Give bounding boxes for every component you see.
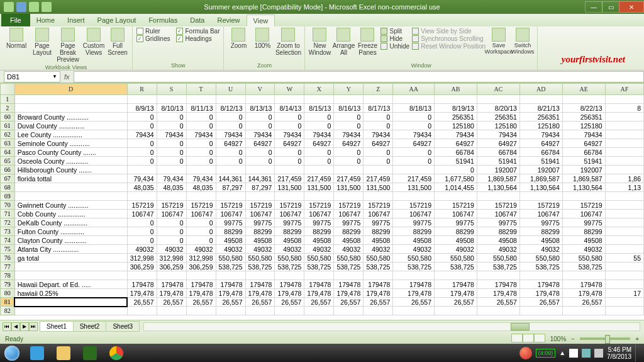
cell[interactable]: 550,580 bbox=[245, 254, 275, 263]
cell[interactable]: 0 bbox=[186, 139, 216, 148]
cell[interactable] bbox=[393, 166, 435, 174]
cell[interactable]: 179,478 bbox=[519, 289, 562, 298]
cell[interactable] bbox=[605, 227, 643, 236]
cell[interactable]: 0 bbox=[275, 157, 304, 166]
cell[interactable]: 8/18/13 bbox=[393, 104, 435, 113]
cell[interactable]: 538,725 bbox=[393, 263, 435, 271]
cell[interactable]: 8/10/13 bbox=[157, 104, 186, 113]
zoom-100-button[interactable]: 100% bbox=[252, 28, 273, 49]
hide-button[interactable]: Hide bbox=[380, 35, 409, 42]
column-header[interactable]: T bbox=[186, 84, 216, 95]
cell[interactable]: 99775 bbox=[364, 218, 393, 227]
cell[interactable]: 79434 bbox=[393, 130, 435, 139]
headings-checkbox[interactable]: ✓Headings bbox=[176, 35, 219, 42]
cell[interactable]: 8 bbox=[605, 104, 643, 113]
cell[interactable]: 0 bbox=[364, 148, 393, 157]
row-header[interactable]: 77 bbox=[1, 263, 15, 271]
cell[interactable]: 538,725 bbox=[519, 263, 562, 271]
cell[interactable] bbox=[477, 95, 519, 104]
cell[interactable]: 8/22/13 bbox=[562, 104, 605, 113]
zoom-out-button[interactable]: − bbox=[571, 336, 575, 342]
show-desktop-button[interactable] bbox=[635, 344, 640, 361]
cell[interactable] bbox=[127, 192, 157, 201]
cell[interactable]: 550,580 bbox=[477, 254, 519, 263]
cell[interactable] bbox=[275, 192, 304, 201]
cell[interactable]: 8/12/13 bbox=[216, 104, 245, 113]
column-header[interactable]: S bbox=[157, 84, 186, 95]
cell[interactable]: 538,725 bbox=[477, 263, 519, 271]
cell[interactable]: 64927 bbox=[304, 139, 334, 148]
cell[interactable]: 0 bbox=[157, 227, 186, 236]
cell[interactable]: 48,035 bbox=[127, 183, 157, 192]
cell[interactable]: 538,725 bbox=[435, 263, 477, 271]
cell[interactable]: 106747 bbox=[127, 210, 157, 218]
sync-scrolling-button[interactable]: Synchronous Scrolling bbox=[412, 35, 486, 42]
row-header[interactable]: 81 bbox=[1, 298, 15, 307]
cell[interactable]: 26,557 bbox=[304, 298, 334, 307]
cell[interactable]: 306,259 bbox=[157, 263, 186, 271]
cell[interactable] bbox=[562, 307, 605, 315]
reset-window-position-button[interactable]: Reset Window Position bbox=[412, 43, 486, 50]
cell[interactable]: 26,557 bbox=[562, 298, 605, 307]
cell[interactable]: 0 bbox=[245, 122, 275, 130]
row-header[interactable]: 76 bbox=[1, 254, 15, 263]
flag-icon[interactable] bbox=[569, 349, 578, 358]
cell[interactable]: 17 bbox=[605, 289, 643, 298]
cell[interactable]: 64927 bbox=[245, 139, 275, 148]
cell[interactable]: 0 bbox=[304, 148, 334, 157]
cell[interactable]: 312,998 bbox=[157, 254, 186, 263]
cell[interactable]: 99775 bbox=[562, 218, 605, 227]
cell[interactable]: 49508 bbox=[435, 236, 477, 245]
cell[interactable]: 0 bbox=[304, 122, 334, 130]
cell[interactable] bbox=[519, 192, 562, 201]
cell[interactable]: 79434 bbox=[275, 130, 304, 139]
cell[interactable]: 79,434 bbox=[127, 174, 157, 183]
sheet-tab[interactable]: Sheet1 bbox=[40, 321, 74, 332]
cell[interactable] bbox=[14, 298, 127, 307]
cell[interactable]: 0 bbox=[157, 113, 186, 122]
cell[interactable] bbox=[334, 271, 364, 280]
cell[interactable]: 106747 bbox=[364, 210, 393, 218]
horizontal-scrollbar[interactable] bbox=[143, 322, 640, 331]
cell[interactable] bbox=[519, 95, 562, 104]
cell[interactable]: 106747 bbox=[304, 210, 334, 218]
cell[interactable]: 26,557 bbox=[435, 298, 477, 307]
cell[interactable]: 0 bbox=[245, 157, 275, 166]
page-break-preview-button[interactable]: Page Break Preview bbox=[55, 28, 80, 63]
cell[interactable]: 64927 bbox=[519, 139, 562, 148]
cell[interactable] bbox=[245, 95, 275, 104]
cell[interactable]: 131,500 bbox=[304, 183, 334, 192]
cell[interactable]: 26,557 bbox=[127, 298, 157, 307]
cell[interactable] bbox=[186, 95, 216, 104]
cell[interactable]: 26,557 bbox=[364, 298, 393, 307]
cell[interactable]: 550,580 bbox=[275, 254, 304, 263]
cell[interactable]: 66784 bbox=[562, 148, 605, 157]
cell[interactable]: 88299 bbox=[364, 227, 393, 236]
cell[interactable]: 217,459 bbox=[275, 174, 304, 183]
file-tab[interactable]: File bbox=[1, 14, 30, 26]
cell[interactable]: 48,035 bbox=[186, 183, 216, 192]
cell[interactable]: 106747 bbox=[216, 210, 245, 218]
cell[interactable]: 550,580 bbox=[304, 254, 334, 263]
cell[interactable]: 179478 bbox=[364, 280, 393, 289]
cell[interactable]: 538,725 bbox=[334, 263, 364, 271]
cell[interactable] bbox=[605, 122, 643, 130]
cell[interactable]: 0 bbox=[186, 148, 216, 157]
custom-views-button[interactable]: Custom Views bbox=[83, 28, 104, 56]
zoom-button[interactable]: Zoom bbox=[228, 28, 249, 49]
cell[interactable]: 106747 bbox=[275, 210, 304, 218]
cell[interactable]: 217,459 bbox=[393, 174, 435, 183]
cell[interactable] bbox=[334, 192, 364, 201]
cell[interactable]: 49032 bbox=[519, 245, 562, 254]
cell[interactable]: 8/19/13 bbox=[435, 104, 477, 113]
view-side-by-side-button[interactable]: View Side by Side bbox=[412, 28, 486, 35]
row-header[interactable]: 80 bbox=[1, 289, 15, 298]
cell[interactable]: 0 bbox=[275, 122, 304, 130]
cell[interactable]: 49032 bbox=[127, 245, 157, 254]
cell[interactable]: 26,557 bbox=[216, 298, 245, 307]
cell[interactable] bbox=[364, 271, 393, 280]
cell[interactable]: 88299 bbox=[393, 227, 435, 236]
cell[interactable] bbox=[393, 307, 435, 315]
cell[interactable]: 49032 bbox=[216, 245, 245, 254]
sheet-nav-prev[interactable]: ◀ bbox=[11, 322, 20, 331]
